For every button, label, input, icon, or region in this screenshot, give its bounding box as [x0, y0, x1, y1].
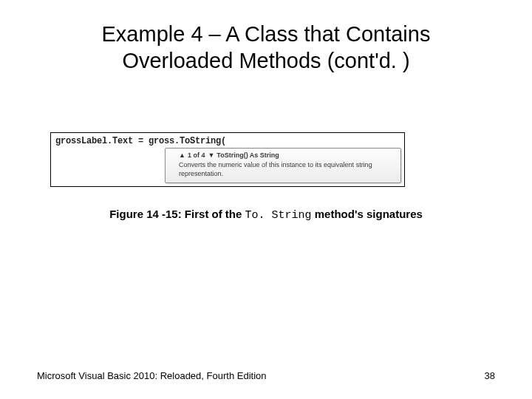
caption-method-name: To. String	[245, 209, 312, 222]
up-down-arrows-icon: ▲	[179, 151, 185, 160]
caption-suffix: method's signatures	[312, 208, 423, 220]
footer-book-title: Microsoft Visual Basic 2010: Reloaded, F…	[37, 370, 266, 381]
figure-caption: Figure 14 -15: First of the To. String m…	[37, 208, 495, 222]
code-box: grossLabel.Text = gross.ToString( ▲ 1 of…	[50, 132, 405, 187]
intellisense-tooltip: ▲ 1 of 4 ▼ ToString() As String Converts…	[165, 148, 401, 183]
slide-footer: Microsoft Visual Basic 2010: Reloaded, F…	[37, 370, 495, 381]
footer-page-number: 38	[485, 370, 495, 381]
title-line-1: Example 4 – A Class that Contains	[102, 22, 431, 46]
tooltip-index: 1 of 4	[188, 151, 205, 160]
up-down-arrows-icon: ▼	[208, 151, 214, 160]
code-line: grossLabel.Text = gross.ToString(	[51, 133, 404, 146]
tooltip-signature: ToString() As String	[216, 151, 279, 160]
title-line-2: Overloaded Methods (cont'd. )	[122, 49, 409, 72]
figure-area: grossLabel.Text = gross.ToString( ▲ 1 of…	[37, 132, 495, 222]
tooltip-signature-line: ▲ 1 of 4 ▼ ToString() As String	[179, 151, 396, 160]
slide: Example 4 – A Class that Contains Overlo…	[0, 0, 532, 399]
slide-title: Example 4 – A Class that Contains Overlo…	[37, 21, 495, 75]
tooltip-description: Converts the numeric value of this insta…	[179, 161, 396, 178]
caption-prefix: Figure 14 -15: First of the	[109, 208, 245, 220]
